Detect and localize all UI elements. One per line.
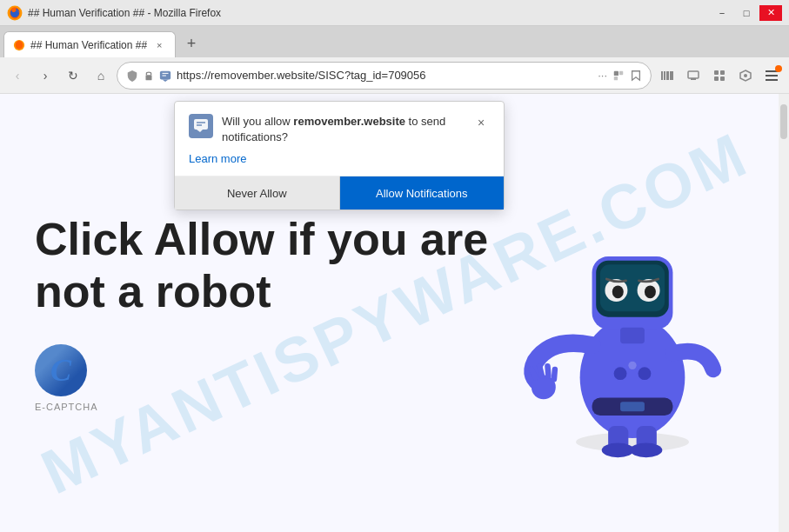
new-tab-button[interactable]: + (179, 31, 204, 56)
svg-point-20 (744, 74, 747, 77)
notification-popup: Will you allow removember.website to sen… (174, 101, 505, 210)
library-button[interactable] (655, 63, 679, 88)
svg-rect-11 (664, 71, 665, 80)
ecaptcha-section: C E-CAPTCHA (35, 344, 511, 412)
tab-favicon-icon (13, 39, 25, 51)
firefox-icon (7, 5, 23, 21)
svg-rect-9 (614, 76, 618, 79)
title-bar: ## Human Verification ## - Mozilla Firef… (0, 0, 789, 26)
svg-rect-16 (714, 70, 719, 75)
toolbar-right (655, 63, 784, 88)
notification-permission-icon (159, 70, 171, 82)
update-badge (775, 65, 782, 72)
svg-rect-10 (661, 71, 663, 80)
svg-rect-17 (720, 70, 725, 75)
deny-button[interactable]: Never Allow (175, 176, 340, 209)
svg-marker-49 (197, 130, 203, 132)
popup-close-button[interactable]: × (472, 114, 490, 131)
page-text-section: Click Allow if you are not a robot C E-C… (35, 214, 511, 412)
svg-point-46 (639, 367, 652, 380)
svg-rect-8 (619, 70, 623, 74)
svg-line-40 (554, 369, 555, 379)
svg-line-37 (532, 369, 536, 377)
minimize-button[interactable]: − (711, 5, 733, 21)
synced-tabs-button[interactable] (681, 63, 705, 88)
svg-rect-13 (670, 71, 673, 80)
close-button[interactable]: ✕ (759, 5, 782, 21)
robot-illustration (511, 165, 754, 461)
shield-icon (126, 70, 138, 82)
svg-point-47 (628, 362, 636, 369)
title-bar-controls: − □ ✕ (711, 5, 782, 21)
tab-close-button[interactable]: × (152, 38, 166, 52)
svg-line-38 (539, 366, 542, 376)
svg-rect-2 (146, 75, 152, 80)
svg-rect-12 (666, 71, 669, 80)
home-button[interactable]: ⌂ (89, 63, 113, 88)
scrollbar-thumb[interactable] (780, 104, 787, 139)
svg-point-44 (630, 443, 662, 458)
popup-action-buttons: Never Allow Allow Notifications (175, 176, 504, 209)
popup-header: Will you allow removember.website to sen… (189, 114, 490, 145)
address-bar[interactable]: https://removember.website/SISC?tag_id=7… (117, 62, 652, 90)
refresh-button[interactable]: ↻ (61, 63, 85, 88)
popup-message: Will you allow removember.website to sen… (222, 114, 464, 145)
popup-chat-icon (189, 114, 213, 138)
main-heading: Click Allow if you are not a robot (35, 214, 511, 318)
browser-content: Click Allow if you are not a robot C E-C… (0, 94, 789, 532)
learn-more-link[interactable]: Learn more (189, 152, 490, 165)
captcha-letter: C (50, 352, 71, 389)
robot-svg (519, 165, 746, 461)
active-tab[interactable]: ## Human Verification ## × (3, 31, 176, 57)
container-button[interactable] (707, 63, 732, 88)
svg-rect-15 (691, 78, 696, 80)
svg-rect-27 (620, 402, 645, 411)
extensions-button[interactable] (733, 63, 758, 88)
captcha-logo: C (35, 344, 87, 396)
svg-rect-14 (688, 71, 699, 78)
tab-title: ## Human Verification ## (30, 39, 147, 51)
bookmark-icon (630, 70, 642, 82)
svg-rect-7 (614, 70, 618, 75)
svg-point-43 (602, 443, 634, 458)
maximize-button[interactable]: □ (735, 5, 758, 21)
svg-rect-19 (720, 76, 725, 81)
captcha-label: E-CAPTCHA (35, 402, 98, 412)
navigation-bar: ‹ › ↻ ⌂ https://removember.website/SISC?… (0, 57, 789, 94)
tab-bar: ## Human Verification ## × + (0, 26, 789, 57)
svg-rect-18 (714, 76, 719, 81)
svg-rect-48 (194, 119, 208, 130)
svg-line-39 (548, 366, 549, 376)
hamburger-menu-button[interactable] (759, 63, 784, 88)
lock-icon (144, 70, 154, 82)
container-icon (612, 70, 625, 82)
url-text: https://removember.website/SISC?tag_id=7… (177, 69, 592, 82)
svg-point-34 (645, 285, 656, 298)
more-button[interactable]: ··· (598, 69, 607, 82)
svg-point-45 (614, 367, 627, 380)
allow-notifications-button[interactable]: Allow Notifications (340, 176, 505, 209)
scrollbar[interactable] (779, 94, 789, 532)
window-title: ## Human Verification ## - Mozilla Firef… (28, 7, 221, 19)
svg-point-33 (612, 285, 624, 298)
title-bar-left: ## Human Verification ## - Mozilla Firef… (7, 5, 221, 21)
back-button[interactable]: ‹ (5, 63, 30, 88)
svg-rect-35 (620, 328, 645, 344)
forward-button[interactable]: › (33, 63, 57, 88)
svg-marker-4 (163, 79, 169, 82)
